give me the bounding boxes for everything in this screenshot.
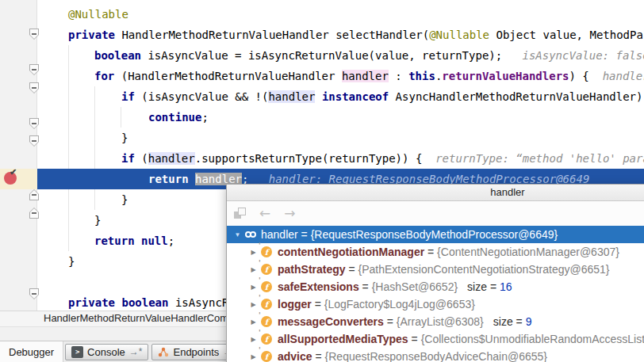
inline-debug-hint: handler: Re — [589, 70, 644, 82]
statusbar-class-name: HandlerMethodReturnValueHandlerCom — [44, 312, 228, 324]
back-arrow-icon[interactable]: ← — [259, 207, 270, 220]
tab-console[interactable]: >Console→* — [65, 344, 148, 360]
code-line: if (isAsyncValue && !(handler instanceof… — [37, 86, 644, 107]
code-line: @Nullable — [37, 4, 644, 25]
code-token: handler — [342, 70, 389, 82]
variable-value: {ArrayList@6308} — [397, 315, 484, 328]
variable-row-logger[interactable]: ▶flogger = {LogFactory$Log4jLog@6653} — [227, 295, 644, 313]
code-token: handler — [268, 90, 315, 103]
code-line: continue; — [37, 107, 644, 128]
code-token: } — [121, 193, 128, 206]
field-icon: f — [261, 333, 272, 345]
code-token — [135, 234, 141, 247]
code-token: @Nullable — [68, 8, 128, 21]
code-token: instanceof — [322, 90, 389, 103]
code-token: if — [121, 152, 135, 165]
watch-icon — [245, 231, 256, 238]
console-icon: > — [71, 346, 83, 358]
expand-chevron-icon[interactable]: ▶ — [248, 249, 259, 256]
popup-toolbar: ← → — [227, 201, 644, 226]
forward-arrow-icon[interactable]: → — [284, 207, 295, 220]
code-token — [189, 173, 195, 185]
popup-header[interactable]: handler — [227, 185, 644, 201]
variable-row-messageConverters[interactable]: ▶fmessageConverters = {ArrayList@6308}si… — [227, 313, 644, 330]
copy-icon[interactable] — [234, 208, 246, 219]
code-token: isAsyncValue = isAsyncReturnValue(value,… — [141, 49, 502, 62]
code-token: return — [94, 234, 135, 247]
fold-marker-icon[interactable] — [29, 135, 39, 147]
variable-value: {ContentNegotiationManager@6307} — [437, 246, 619, 258]
code-token: } — [68, 255, 75, 268]
code-token: AsyncHandlerMethodReturnValueHandler)) { — [389, 90, 644, 103]
expand-chevron-icon[interactable]: ▶ — [248, 318, 259, 326]
variable-row-safeExtensions[interactable]: ▶fsafeExtensions = {HashSet@6652}size = … — [227, 278, 644, 295]
code-token: boolean — [121, 296, 168, 309]
code-line: boolean isAsyncValue = isAsyncReturnValu… — [37, 45, 644, 66]
expand-chevron-icon[interactable]: ▶ — [248, 266, 259, 273]
tab-arrow-icon[interactable]: →* — [129, 346, 143, 357]
size-value: 16 — [500, 280, 512, 293]
fold-marker-icon[interactable] — [29, 208, 39, 219]
equals-sign: = — [424, 246, 437, 258]
fold-marker-icon[interactable] — [29, 64, 39, 75]
code-token: returnValueHandlers — [442, 70, 569, 82]
equals-sign: = — [298, 228, 311, 241]
ide-window: ✔ @Nullableprivate HandlerMethodReturnVa… — [0, 0, 644, 362]
code-token: this — [408, 70, 435, 82]
code-token: Object value, MethodParamete — [489, 29, 644, 41]
fold-marker-icon[interactable] — [29, 29, 39, 40]
code-token: ( — [135, 152, 148, 165]
size-label: size — [493, 315, 513, 328]
variable-row-contentNegotiationManager[interactable]: ▶fcontentNegotiationManager = {ContentNe… — [227, 243, 644, 261]
variable-row-handler[interactable]: ▼handler = {RequestResponseBodyMethodPro… — [227, 226, 644, 243]
code-token: .supportsReturnType(returnType)) { — [195, 152, 423, 165]
equals-sign: = — [312, 350, 325, 362]
code-token: private — [68, 29, 115, 41]
tab-label: Debugger — [9, 346, 54, 358]
code-token: private — [68, 296, 115, 309]
equals-sign: = — [346, 263, 358, 276]
variable-row-allSupportedMediaTypes[interactable]: ▶fallSupportedMediaTypes = {Collections$… — [227, 330, 644, 348]
variable-value: {RequestResponseBodyMethodProcessor@6649… — [311, 228, 558, 241]
equals-sign: = — [513, 315, 526, 328]
variable-name: contentNegotiationManager — [278, 246, 424, 258]
code-token: ; — [168, 234, 174, 247]
equals-sign: = — [487, 280, 500, 293]
fold-marker-icon[interactable] — [29, 118, 39, 129]
expand-chevron-icon[interactable]: ▶ — [248, 301, 259, 308]
field-icon: f — [261, 299, 272, 310]
code-token: boolean — [94, 49, 141, 62]
field-icon: f — [261, 351, 272, 362]
size-label: size — [467, 280, 487, 293]
popup-title: handler — [490, 186, 524, 198]
editor-gutter[interactable]: ✔ — [0, 0, 37, 311]
code-line: } — [37, 128, 644, 148]
field-icon: f — [261, 316, 272, 327]
variable-row-pathStrategy[interactable]: ▶fpathStrategy = {PathExtensionContentNe… — [227, 261, 644, 278]
expand-chevron-icon[interactable]: ▶ — [248, 353, 259, 360]
expand-chevron-icon[interactable]: ▶ — [248, 336, 259, 343]
endpoints-icon — [158, 347, 169, 357]
variable-name: messageConverters — [278, 315, 384, 328]
code-token: return — [148, 173, 189, 185]
variable-value: {PathExtensionContentNegotiationStrategy… — [358, 263, 610, 276]
collapse-chevron-icon[interactable]: ▼ — [232, 231, 243, 238]
variable-row-advice[interactable]: ▶fadvice = {RequestResponseBodyAdviceCha… — [227, 348, 644, 362]
code-line: for (HandlerMethodReturnValueHandler han… — [37, 66, 644, 86]
variable-value: {Collections$UnmodifiableRandomAccessLis… — [421, 333, 644, 345]
fold-marker-icon[interactable] — [29, 189, 39, 200]
equals-sign: = — [408, 333, 421, 345]
breakpoint-icon[interactable]: ✔ — [4, 172, 17, 185]
tab-debugger[interactable]: Debugger — [0, 341, 63, 362]
fold-marker-icon[interactable] — [29, 288, 39, 299]
tab-label: Endpoints — [173, 346, 219, 358]
code-token — [315, 90, 321, 103]
variables-tree[interactable]: ▼handler = {RequestResponseBodyMethodPro… — [227, 226, 644, 362]
variable-value: {RequestResponseBodyAdviceChain@6655} — [325, 350, 547, 362]
variable-name: handler — [261, 228, 298, 241]
expand-chevron-icon[interactable]: ▶ — [248, 284, 259, 291]
code-token: for — [94, 70, 114, 82]
tab-label: Console — [87, 346, 125, 358]
field-icon: f — [261, 281, 272, 292]
fold-marker-icon[interactable] — [29, 82, 39, 93]
